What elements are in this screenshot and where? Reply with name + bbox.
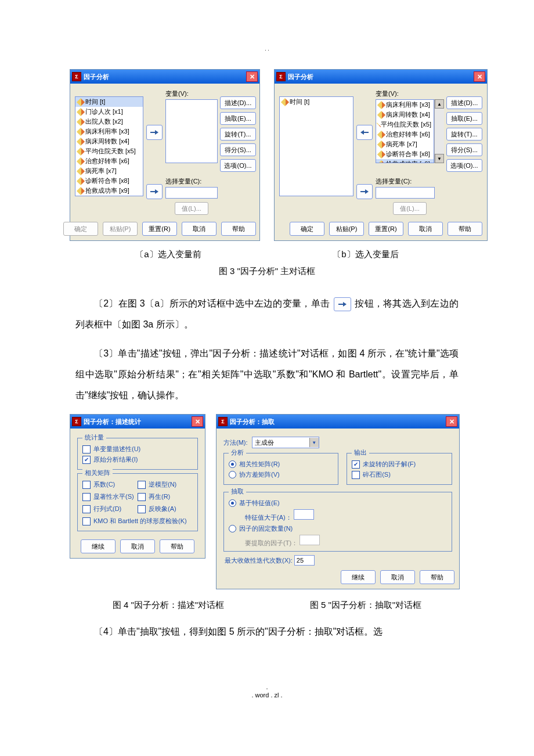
covmat-radio[interactable]: 协方差矩阵(V): [229, 470, 333, 479]
help-button[interactable]: 帮助: [448, 222, 482, 236]
reset-button[interactable]: 重置(R): [369, 222, 403, 236]
maxiter-input[interactable]: 25: [294, 555, 315, 566]
list-item[interactable]: 病死率 [x7]: [75, 166, 143, 176]
ok-button[interactable]: 确定: [290, 222, 324, 236]
list-item[interactable]: 病床利用率 [x3]: [376, 100, 434, 110]
eigen-radio[interactable]: 基于特征值(E): [229, 499, 447, 507]
close-icon[interactable]: ✕: [474, 71, 485, 82]
corrmat-radio[interactable]: 相关性矩阵(R): [229, 460, 333, 469]
move-left-button[interactable]: [356, 125, 373, 140]
fixed-n-input: [300, 535, 320, 545]
sig-check[interactable]: 显著性水平(S): [82, 492, 138, 501]
analyze-legend: 分析: [229, 448, 246, 457]
list-item[interactable]: 病床周转数 [x4]: [376, 110, 434, 120]
method-label: 方法(M):: [223, 439, 248, 446]
titlebar[interactable]: Σ因子分析：描述统计 ✕: [70, 415, 205, 429]
help-button[interactable]: 帮助: [221, 222, 256, 236]
selection-var-label: 选择变量(C):: [165, 177, 218, 186]
titlebar[interactable]: Σ因子分析：抽取 ✕: [217, 415, 459, 429]
list-item[interactable]: 治愈好转率 [x6]: [376, 129, 434, 139]
close-icon[interactable]: ✕: [192, 416, 203, 427]
univ-check[interactable]: 单变量描述性(U): [82, 445, 193, 453]
rotate-button[interactable]: 旋转(T)...: [446, 128, 482, 141]
scree-check[interactable]: 碎石图(S): [352, 470, 447, 479]
app-icon: Σ: [218, 417, 228, 426]
top-dots: . .: [0, 46, 534, 52]
scrollbar[interactable]: ▲ ▼: [434, 99, 444, 163]
list-item[interactable]: 平均住院天数 [x5]: [75, 146, 143, 156]
fig3-caption: 图 3 "因子分析" 主对话框: [0, 266, 534, 277]
rotate-button[interactable]: 旋转(T)...: [220, 128, 256, 141]
describe-button[interactable]: 描述(D)...: [446, 96, 482, 109]
variables-label: 变量(V):: [165, 89, 218, 98]
titlebar[interactable]: Σ因子分析 ✕: [275, 70, 487, 84]
help-button[interactable]: 帮助: [160, 539, 194, 553]
list-item[interactable]: 诊断符合率 [x8]: [75, 176, 143, 186]
extract-dialog: Σ因子分析：抽取 ✕ 方法(M): 主成份 ▼ 分析 相关性矩阵(R) 协方差矩…: [216, 414, 460, 589]
captions-row: 〔a〕选入变量前 〔b〕选入变量后: [70, 249, 464, 260]
pencil-icon: [77, 127, 85, 135]
inverse-check[interactable]: 逆模型(N): [138, 480, 193, 489]
para-3: 〔3〕单击"描述"按钮，弹出"因子分析：描述统计"对话框，如图 4 所示，在"统…: [75, 343, 459, 406]
det-check[interactable]: 行列式(D): [82, 505, 138, 513]
move-right-button[interactable]: [146, 125, 163, 140]
unrot-check[interactable]: ✔未旋转的因子解(F): [352, 460, 447, 469]
options-button[interactable]: 选项(O)...: [446, 159, 482, 172]
paste-button[interactable]: 粘贴(P): [329, 222, 364, 236]
score-button[interactable]: 得分(S)...: [220, 143, 256, 156]
extract-button[interactable]: 抽取(E)...: [220, 112, 256, 125]
pencil-icon: [77, 186, 85, 195]
list-item[interactable]: 门诊人次 [x1]: [75, 107, 143, 117]
describe-button[interactable]: 描述(D)...: [220, 96, 256, 109]
score-button[interactable]: 得分(S)...: [446, 143, 482, 156]
list-item[interactable]: 诊断符合率 [x8]: [376, 149, 434, 159]
list-item[interactable]: 病床周转数 [x4]: [75, 136, 143, 146]
source-var-list[interactable]: 时间 [t]: [279, 96, 353, 196]
chevron-down-icon[interactable]: ▼: [309, 438, 319, 447]
repro-check[interactable]: 再生(R): [138, 492, 193, 501]
list-item[interactable]: 病床利用率 [x3]: [75, 127, 143, 136]
list-item[interactable]: 病死率 [x7]: [376, 139, 434, 149]
pencil-icon: [377, 150, 385, 158]
cancel-button[interactable]: 取消: [182, 222, 217, 236]
scroll-up-icon[interactable]: ▲: [435, 99, 444, 109]
target-var-list[interactable]: [165, 99, 218, 163]
selection-var-input[interactable]: [376, 187, 435, 199]
pencil-icon: [77, 147, 85, 155]
initial-check[interactable]: ✔原始分析结果(I): [82, 455, 193, 464]
coef-check[interactable]: 系数(C): [82, 480, 138, 489]
method-combo[interactable]: 主成份 ▼: [252, 437, 319, 448]
list-item[interactable]: 抢救成功率 [x9]: [376, 159, 434, 163]
caption-b: 〔b〕选入变量后: [267, 249, 464, 260]
move-sel-right-button[interactable]: [146, 184, 163, 199]
list-item[interactable]: 抢救成功率 [x9]: [75, 186, 143, 196]
reset-button[interactable]: 重置(R): [142, 222, 177, 236]
scroll-down-icon[interactable]: ▼: [435, 154, 444, 163]
fixed-radio[interactable]: 因子的固定数量(N): [229, 524, 447, 533]
list-item[interactable]: 时间 [t]: [280, 97, 353, 107]
cancel-button[interactable]: 取消: [408, 222, 443, 236]
options-button[interactable]: 选项(O)...: [220, 159, 256, 172]
list-item[interactable]: 治愈好转率 [x6]: [75, 156, 143, 166]
continue-button[interactable]: 继续: [341, 570, 376, 584]
source-var-list[interactable]: 时间 [t] 门诊人次 [x1] 出院人数 [x2] 病床利用率 [x3] 病床…: [75, 96, 143, 196]
titlebar[interactable]: Σ因子分析 ✕: [70, 70, 259, 84]
move-sel-right-button[interactable]: [356, 184, 373, 199]
close-icon[interactable]: ✕: [246, 71, 258, 82]
help-button[interactable]: 帮助: [420, 570, 454, 584]
anti-check[interactable]: 反映象(A): [138, 505, 193, 513]
pencil-icon: [377, 130, 385, 138]
list-item[interactable]: 出院人数 [x2]: [75, 117, 143, 127]
target-var-list[interactable]: 病床利用率 [x3] 病床周转数 [x4] 平均住院天数 [x5] 治愈好转率 …: [376, 99, 434, 163]
continue-button[interactable]: 继续: [81, 539, 116, 553]
list-item[interactable]: 时间 [t]: [75, 97, 143, 107]
cancel-button[interactable]: 取消: [120, 539, 155, 553]
cancel-button[interactable]: 取消: [380, 570, 415, 584]
close-icon[interactable]: ✕: [446, 416, 457, 427]
eigen-gt-input[interactable]: [294, 509, 314, 520]
list-item[interactable]: 平均住院天数 [x5]: [376, 120, 434, 129]
value-button: 值(L)...: [393, 202, 427, 215]
kmo-check[interactable]: KMO 和 Bartlett 的球形度检验(K): [82, 517, 193, 525]
selection-var-input[interactable]: [165, 187, 218, 199]
extract-button[interactable]: 抽取(E)...: [446, 112, 482, 125]
